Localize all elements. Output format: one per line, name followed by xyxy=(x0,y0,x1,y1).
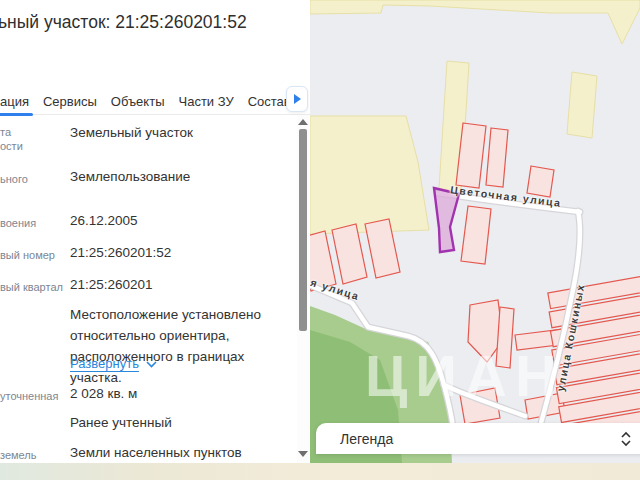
expand-link[interactable]: Развернуть xyxy=(70,356,157,371)
tabbar: ация Сервисы Объекты Части ЗУ Состав xyxy=(0,88,310,115)
tabs-overflow-button[interactable] xyxy=(286,86,308,112)
scrollbar-thumb[interactable] xyxy=(299,129,307,331)
chevron-right-icon xyxy=(294,94,301,104)
field-value-cadastral-number: 21:25:260201:52 xyxy=(70,245,171,260)
legend-title: Легенда xyxy=(340,431,620,447)
field-value-object-type: Земельный участок xyxy=(70,125,193,140)
tab-parcel-parts[interactable]: Части ЗУ xyxy=(178,88,233,115)
field-value-date: 26.12.2005 xyxy=(70,213,138,228)
tab-services[interactable]: Сервисы xyxy=(43,88,97,115)
page-title: ьный участок: 21:25:260201:52 xyxy=(0,12,247,33)
tab-composition[interactable]: Состав xyxy=(248,88,291,115)
taskbar: Поиск M ✕ xyxy=(0,463,640,480)
map-canvas[interactable]: ЦИАН Цветочная улица улица Кошкиных кая … xyxy=(310,0,640,463)
parcel-info-panel: ьный участок: 21:25:260201:52 ация Серви… xyxy=(0,0,310,463)
field-label: земель xyxy=(0,449,37,461)
field-value-area: 2 028 кв. м xyxy=(70,386,137,401)
field-label: вый номер xyxy=(0,249,55,261)
field-value-cadastral-quarter: 21:25:260201 xyxy=(70,277,153,292)
tab-objects[interactable]: Объекты xyxy=(111,88,165,115)
scroll-up-icon[interactable] xyxy=(298,119,308,125)
field-label: воения xyxy=(0,217,36,229)
collapse-expand-icon[interactable] xyxy=(620,431,632,447)
field-value-land-use: Землепользование xyxy=(70,169,190,184)
field-label: вый квартал xyxy=(0,281,63,293)
field-label: уточненная xyxy=(0,390,58,402)
legend-bar[interactable]: Легенда xyxy=(316,423,640,454)
field-label: та xyxy=(0,126,11,138)
screen: ьный участок: 21:25:260201:52 ация Серви… xyxy=(0,0,640,480)
tab-information[interactable]: ация xyxy=(0,88,29,115)
field-label: ьного xyxy=(0,173,28,185)
scroll-down-icon[interactable] xyxy=(298,451,308,457)
field-value-status: Ранее учтенный xyxy=(70,415,172,430)
field-value-location: Местоположение установлено относительно … xyxy=(70,304,298,388)
field-value-land-category: Земли населенных пунктов xyxy=(70,445,242,460)
field-label: ости xyxy=(0,140,23,152)
map-layers xyxy=(310,0,640,463)
panel-scrollbar[interactable] xyxy=(297,115,309,463)
chevron-down-icon xyxy=(146,361,157,368)
